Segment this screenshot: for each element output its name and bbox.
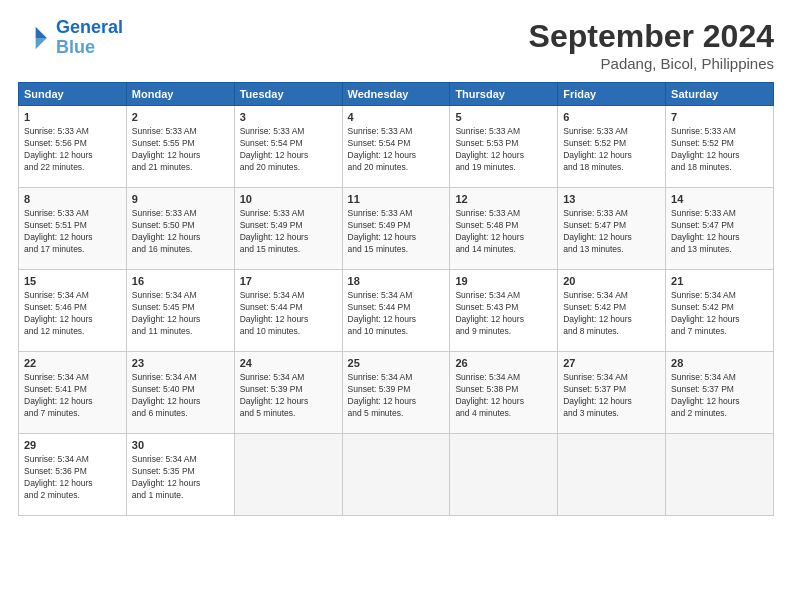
day-info-line: Sunset: 5:49 PM	[240, 220, 337, 232]
day-info-line: Sunset: 5:46 PM	[24, 302, 121, 314]
day-info-line: Daylight: 12 hours	[24, 478, 121, 490]
day-info-line: Sunset: 5:52 PM	[671, 138, 768, 150]
calendar-cell	[342, 434, 450, 516]
logo-icon	[18, 22, 50, 54]
day-number: 11	[348, 192, 445, 207]
day-info-line: Sunrise: 5:33 AM	[455, 208, 552, 220]
calendar-cell: 27Sunrise: 5:34 AMSunset: 5:37 PMDayligh…	[558, 352, 666, 434]
calendar-cell: 12Sunrise: 5:33 AMSunset: 5:48 PMDayligh…	[450, 188, 558, 270]
calendar-cell: 18Sunrise: 5:34 AMSunset: 5:44 PMDayligh…	[342, 270, 450, 352]
calendar-cell: 19Sunrise: 5:34 AMSunset: 5:43 PMDayligh…	[450, 270, 558, 352]
calendar-cell: 15Sunrise: 5:34 AMSunset: 5:46 PMDayligh…	[19, 270, 127, 352]
day-info-line: and 14 minutes.	[455, 244, 552, 256]
day-info-line: and 4 minutes.	[455, 408, 552, 420]
calendar-cell	[558, 434, 666, 516]
day-info-line: Sunrise: 5:33 AM	[240, 126, 337, 138]
day-number: 12	[455, 192, 552, 207]
day-number: 3	[240, 110, 337, 125]
day-info-line: Daylight: 12 hours	[348, 150, 445, 162]
day-info-line: and 1 minute.	[132, 490, 229, 502]
day-info-line: Sunset: 5:48 PM	[455, 220, 552, 232]
day-info-line: and 22 minutes.	[24, 162, 121, 174]
day-info-line: Daylight: 12 hours	[671, 232, 768, 244]
day-info-line: Sunrise: 5:33 AM	[563, 126, 660, 138]
svg-marker-0	[36, 27, 47, 38]
day-info-line: and 19 minutes.	[455, 162, 552, 174]
day-number: 8	[24, 192, 121, 207]
day-info-line: and 18 minutes.	[671, 162, 768, 174]
day-info-line: Sunset: 5:53 PM	[455, 138, 552, 150]
day-info-line: Sunrise: 5:34 AM	[455, 372, 552, 384]
day-info-line: Sunset: 5:37 PM	[671, 384, 768, 396]
day-number: 20	[563, 274, 660, 289]
calendar-cell	[234, 434, 342, 516]
day-info-line: and 11 minutes.	[132, 326, 229, 338]
day-info-line: and 13 minutes.	[563, 244, 660, 256]
day-number: 29	[24, 438, 121, 453]
calendar-cell: 11Sunrise: 5:33 AMSunset: 5:49 PMDayligh…	[342, 188, 450, 270]
day-info-line: and 20 minutes.	[240, 162, 337, 174]
logo: General Blue	[18, 18, 123, 58]
day-info-line: Sunrise: 5:34 AM	[132, 372, 229, 384]
calendar-cell: 29Sunrise: 5:34 AMSunset: 5:36 PMDayligh…	[19, 434, 127, 516]
calendar-body: 1Sunrise: 5:33 AMSunset: 5:56 PMDaylight…	[19, 106, 774, 516]
day-info-line: Sunset: 5:42 PM	[671, 302, 768, 314]
day-info-line: Sunrise: 5:34 AM	[671, 290, 768, 302]
day-info-line: Daylight: 12 hours	[24, 232, 121, 244]
day-info-line: Daylight: 12 hours	[240, 314, 337, 326]
calendar-cell: 1Sunrise: 5:33 AMSunset: 5:56 PMDaylight…	[19, 106, 127, 188]
day-info-line: and 13 minutes.	[671, 244, 768, 256]
day-info-line: and 16 minutes.	[132, 244, 229, 256]
day-info-line: Sunset: 5:44 PM	[348, 302, 445, 314]
day-info-line: Sunset: 5:44 PM	[240, 302, 337, 314]
weekday-header-cell: Friday	[558, 83, 666, 106]
weekday-header-cell: Wednesday	[342, 83, 450, 106]
day-info-line: Daylight: 12 hours	[348, 396, 445, 408]
day-info-line: Sunset: 5:36 PM	[24, 466, 121, 478]
day-info-line: Sunset: 5:45 PM	[132, 302, 229, 314]
day-info-line: and 2 minutes.	[24, 490, 121, 502]
day-number: 28	[671, 356, 768, 371]
day-info-line: and 21 minutes.	[132, 162, 229, 174]
day-info-line: Daylight: 12 hours	[671, 314, 768, 326]
day-info-line: Daylight: 12 hours	[348, 232, 445, 244]
day-info-line: Sunrise: 5:33 AM	[455, 126, 552, 138]
day-info-line: Sunrise: 5:33 AM	[348, 126, 445, 138]
day-info-line: Sunrise: 5:34 AM	[563, 290, 660, 302]
day-info-line: Sunset: 5:38 PM	[455, 384, 552, 396]
calendar-cell: 10Sunrise: 5:33 AMSunset: 5:49 PMDayligh…	[234, 188, 342, 270]
day-info-line: Daylight: 12 hours	[455, 232, 552, 244]
day-info-line: and 8 minutes.	[563, 326, 660, 338]
day-info-line: Daylight: 12 hours	[240, 396, 337, 408]
day-info-line: Daylight: 12 hours	[24, 150, 121, 162]
day-info-line: Daylight: 12 hours	[240, 150, 337, 162]
day-info-line: Sunrise: 5:34 AM	[348, 290, 445, 302]
day-info-line: Daylight: 12 hours	[671, 150, 768, 162]
day-info-line: Sunrise: 5:33 AM	[563, 208, 660, 220]
day-info-line: Daylight: 12 hours	[24, 396, 121, 408]
day-info-line: Sunrise: 5:34 AM	[348, 372, 445, 384]
day-info-line: Sunrise: 5:34 AM	[240, 372, 337, 384]
weekday-header-cell: Saturday	[666, 83, 774, 106]
calendar-week-row: 8Sunrise: 5:33 AMSunset: 5:51 PMDaylight…	[19, 188, 774, 270]
day-info-line: Sunrise: 5:33 AM	[671, 208, 768, 220]
day-info-line: Sunrise: 5:34 AM	[132, 290, 229, 302]
day-info-line: Sunset: 5:50 PM	[132, 220, 229, 232]
day-number: 7	[671, 110, 768, 125]
calendar-cell: 21Sunrise: 5:34 AMSunset: 5:42 PMDayligh…	[666, 270, 774, 352]
calendar-cell: 17Sunrise: 5:34 AMSunset: 5:44 PMDayligh…	[234, 270, 342, 352]
day-number: 23	[132, 356, 229, 371]
day-info-line: Sunrise: 5:33 AM	[671, 126, 768, 138]
day-info-line: Daylight: 12 hours	[132, 396, 229, 408]
day-info-line: Sunrise: 5:34 AM	[24, 372, 121, 384]
day-info-line: Sunset: 5:39 PM	[240, 384, 337, 396]
location-subtitle: Padang, Bicol, Philippines	[529, 55, 774, 72]
day-number: 27	[563, 356, 660, 371]
calendar-week-row: 29Sunrise: 5:34 AMSunset: 5:36 PMDayligh…	[19, 434, 774, 516]
day-info-line: Sunset: 5:35 PM	[132, 466, 229, 478]
calendar-cell: 5Sunrise: 5:33 AMSunset: 5:53 PMDaylight…	[450, 106, 558, 188]
day-info-line: Daylight: 12 hours	[563, 232, 660, 244]
day-number: 2	[132, 110, 229, 125]
day-info-line: Daylight: 12 hours	[132, 150, 229, 162]
calendar-cell: 23Sunrise: 5:34 AMSunset: 5:40 PMDayligh…	[126, 352, 234, 434]
